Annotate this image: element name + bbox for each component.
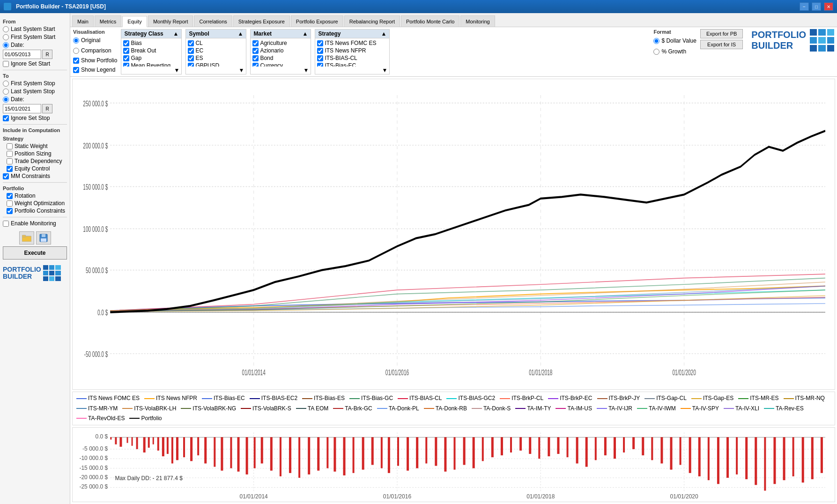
svg-rect-97	[463, 437, 466, 465]
svg-text:0.0 $: 0.0 $	[97, 308, 108, 317]
strategy-filter-scroll-down[interactable]: ▼	[315, 67, 389, 74]
svg-rect-127	[745, 437, 748, 479]
svg-rect-103	[519, 437, 522, 451]
tab-monthly-report[interactable]: Monthly Report	[148, 15, 193, 27]
equity-control-checkbox[interactable]: Equity Control	[7, 165, 67, 172]
legend-item: ITS-MR-NQ	[784, 394, 825, 403]
svg-rect-116	[642, 437, 644, 455]
market-scroll-down[interactable]: ▼	[251, 67, 311, 74]
legend-item: TA-Rev-ES	[764, 404, 804, 413]
svg-text:-20 000.0 $: -20 000.0 $	[79, 474, 108, 481]
svg-rect-132	[793, 437, 794, 476]
tab-metrics[interactable]: Metrics	[95, 15, 121, 27]
svg-rect-64	[176, 437, 178, 460]
strategy-filter-list[interactable]: ITS News FOMC ES ITS News NFPR ITS-BIAS-…	[315, 38, 389, 67]
tab-main[interactable]: Main	[72, 15, 94, 27]
strategy-class-scroll-up[interactable]: ▲	[173, 30, 178, 37]
svg-text:01/01/2014: 01/01/2014	[240, 493, 268, 500]
position-sizing-checkbox[interactable]: Position Sizing	[7, 150, 67, 157]
ignore-set-start-checkbox[interactable]: Ignore Set Start	[3, 60, 67, 67]
original-radio[interactable]: Original	[73, 37, 117, 44]
market-scroll-up[interactable]: ▲	[302, 30, 308, 37]
from-date-reset-button[interactable]: R	[42, 50, 52, 59]
visualisation-label: Visualisation	[73, 29, 117, 35]
from-date-input[interactable]	[3, 50, 41, 59]
last-system-start-radio[interactable]: Last System Start	[3, 26, 67, 32]
tab-portfolio-exposure[interactable]: Portfolio Exposure	[291, 15, 343, 27]
tab-portfolio-monte-carlo[interactable]: Portfolio Monte Carlo	[401, 15, 459, 27]
legend-item: ITS-Bias-EC	[202, 394, 245, 403]
close-button[interactable]: ✕	[824, 2, 833, 11]
to-date-input[interactable]	[3, 104, 41, 113]
svg-rect-114	[623, 437, 625, 452]
weight-optimization-checkbox[interactable]: Weight Optimization	[7, 200, 67, 207]
growth-radio[interactable]: % Growth	[653, 48, 696, 55]
export-pb-button[interactable]: Export for PB	[700, 29, 743, 38]
logo-text-small: PORTFOLIOBUILDER	[3, 266, 41, 281]
svg-rect-91	[407, 437, 409, 470]
date-from-radio[interactable]: Date:	[3, 42, 67, 48]
dollar-value-radio[interactable]: $ Dollar Value	[653, 37, 696, 44]
tab-monitoring[interactable]: Monitoring	[460, 15, 495, 27]
first-system-stop-radio[interactable]: First System Stop	[3, 80, 67, 87]
enable-monitoring-checkbox[interactable]: Enable Monitoring	[3, 220, 67, 227]
svg-text:150 000.0 $: 150 000.0 $	[83, 182, 108, 191]
svg-rect-87	[371, 437, 374, 465]
to-date-reset-button[interactable]: R	[42, 104, 52, 113]
first-system-start-radio[interactable]: First System Start	[3, 34, 67, 40]
tabbar: Main Metrics Equity Monthly Report Corre…	[70, 13, 837, 27]
svg-rect-102	[510, 437, 512, 452]
svg-text:200 000.0 $: 200 000.0 $	[83, 141, 108, 150]
tab-strategies-exposure[interactable]: Strategies Exposure	[233, 15, 290, 27]
svg-rect-128	[755, 437, 757, 485]
svg-rect-92	[416, 437, 418, 468]
comparison-radio[interactable]: Comparison	[73, 47, 117, 54]
svg-rect-62	[167, 437, 169, 454]
portfolio-label: Portfolio	[3, 185, 67, 191]
mm-constraints-checkbox[interactable]: MM Constraints	[3, 173, 67, 179]
legend-item: ITS News NFPR	[144, 394, 197, 403]
svg-rect-60	[157, 437, 159, 451]
strategy-class-scroll-down[interactable]: ▼	[121, 67, 181, 74]
svg-text:50 000.0 $: 50 000.0 $	[86, 266, 108, 275]
symbol-scroll-down[interactable]: ▼	[186, 67, 246, 74]
show-portfolio-checkbox[interactable]: Show Portfolio	[73, 57, 117, 64]
svg-rect-135	[821, 437, 823, 473]
symbol-scroll-up[interactable]: ▲	[237, 30, 243, 37]
legend-item: ITS-BIAS-GC2	[446, 394, 495, 403]
svg-rect-55	[132, 437, 133, 445]
legend-item: TA-IM-US	[556, 404, 592, 413]
symbol-list[interactable]: CL EC ES GBPUSD	[186, 38, 246, 67]
svg-rect-76	[270, 437, 273, 470]
svg-rect-126	[736, 437, 738, 474]
last-system-stop-radio[interactable]: Last System Stop	[3, 88, 67, 95]
svg-text:-10 000.0 $: -10 000.0 $	[79, 455, 108, 461]
strategy-filter-scroll-up[interactable]: ▲	[381, 30, 386, 37]
tab-correlations[interactable]: Correlations	[194, 15, 232, 27]
folder-icon-button[interactable]	[19, 231, 34, 245]
market-list[interactable]: Agriculture Azionario Bond Currency	[251, 38, 311, 67]
legend-item: ITS-MR-YM	[76, 404, 118, 413]
static-weight-checkbox[interactable]: Static Weight	[7, 143, 67, 149]
export-is-button[interactable]: Export for IS	[700, 40, 743, 49]
svg-text:01/01/2020: 01/01/2020	[670, 493, 698, 500]
svg-rect-134	[811, 437, 814, 479]
show-legend-checkbox[interactable]: Show Legend	[73, 67, 117, 73]
save-icon-button[interactable]	[36, 231, 51, 245]
legend-item: ITS-BIAS-EC2	[250, 394, 297, 403]
minimize-button[interactable]: −	[800, 2, 809, 11]
svg-rect-96	[454, 437, 456, 469]
rotation-checkbox[interactable]: Rotation	[7, 193, 67, 199]
strategy-class-list[interactable]: Bias Break Out Gap Mean Reverting	[121, 38, 181, 67]
tab-rebalancing-report[interactable]: Rebalancing Report	[344, 15, 400, 27]
svg-rect-110	[585, 437, 588, 467]
ignore-set-stop-checkbox[interactable]: Ignore Set Stop	[3, 115, 67, 121]
portfolio-constraints-checkbox[interactable]: Portfolio Constraints	[7, 208, 67, 214]
legend-item: TA-Brk-GC	[333, 404, 372, 413]
legend-item: ITS-VolaBRK-S	[241, 404, 291, 413]
date-to-radio[interactable]: Date:	[3, 96, 67, 103]
tab-equity[interactable]: Equity	[122, 16, 147, 27]
maximize-button[interactable]: □	[812, 2, 821, 11]
trade-dependency-checkbox[interactable]: Trade Dependency	[7, 158, 67, 164]
execute-button[interactable]: Execute	[3, 246, 67, 259]
